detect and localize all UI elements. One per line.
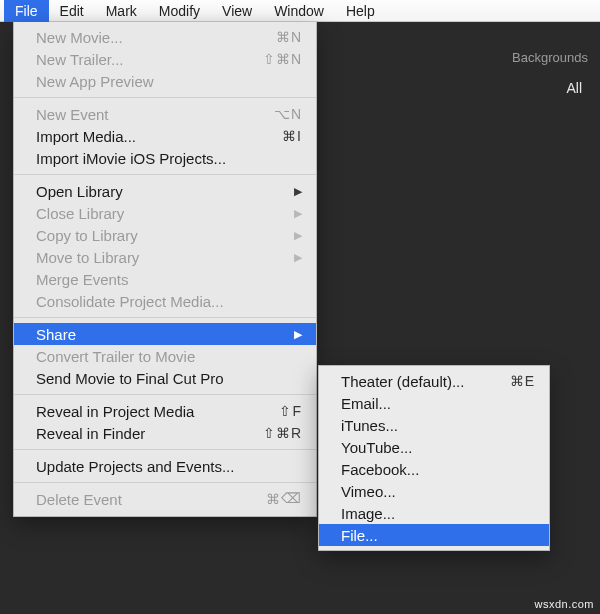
filter-all[interactable]: All bbox=[566, 80, 582, 96]
watermark: wsxdn.com bbox=[534, 598, 594, 610]
menubar-item-window[interactable]: Window bbox=[263, 0, 335, 22]
menu-item-new-event[interactable]: New Event ⌥N bbox=[14, 103, 316, 125]
menu-item-open-library[interactable]: Open Library ▶ bbox=[14, 180, 316, 202]
menu-item-merge-events[interactable]: Merge Events bbox=[14, 268, 316, 290]
menu-label: Update Projects and Events... bbox=[36, 458, 302, 475]
submenu-arrow-icon: ▶ bbox=[294, 328, 302, 340]
menu-label: Move to Library bbox=[36, 249, 288, 266]
share-submenu: Theater (default)... ⌘E Email... iTunes.… bbox=[318, 365, 550, 551]
menu-item-copy-to-library[interactable]: Copy to Library ▶ bbox=[14, 224, 316, 246]
menu-label: Copy to Library bbox=[36, 227, 288, 244]
menu-label: Reveal in Finder bbox=[36, 425, 253, 442]
submenu-item-vimeo[interactable]: Vimeo... bbox=[319, 480, 549, 502]
menu-label: Send Movie to Final Cut Pro bbox=[36, 370, 302, 387]
menu-separator bbox=[14, 449, 316, 450]
menu-label: New App Preview bbox=[36, 73, 302, 90]
menu-label: New Movie... bbox=[36, 29, 266, 46]
menu-label: Convert Trailer to Movie bbox=[36, 348, 302, 365]
menu-item-close-library[interactable]: Close Library ▶ bbox=[14, 202, 316, 224]
submenu-item-youtube[interactable]: YouTube... bbox=[319, 436, 549, 458]
menubar-item-help[interactable]: Help bbox=[335, 0, 386, 22]
menu-label: Close Library bbox=[36, 205, 288, 222]
tab-backgrounds[interactable]: Backgrounds bbox=[512, 50, 588, 65]
menu-label: Vimeo... bbox=[341, 483, 535, 500]
menu-item-reveal-finder[interactable]: Reveal in Finder ⇧⌘R bbox=[14, 422, 316, 444]
menubar-item-file[interactable]: File bbox=[4, 0, 49, 22]
menu-label: Open Library bbox=[36, 183, 288, 200]
menu-label: iTunes... bbox=[341, 417, 535, 434]
menu-item-reveal-project[interactable]: Reveal in Project Media ⇧F bbox=[14, 400, 316, 422]
menubar: File Edit Mark Modify View Window Help bbox=[0, 0, 600, 22]
menu-item-new-trailer[interactable]: New Trailer... ⇧⌘N bbox=[14, 48, 316, 70]
submenu-arrow-icon: ▶ bbox=[294, 207, 302, 219]
submenu-item-image[interactable]: Image... bbox=[319, 502, 549, 524]
menu-item-share[interactable]: Share ▶ bbox=[14, 323, 316, 345]
menu-shortcut: ⌘E bbox=[510, 373, 535, 389]
menubar-item-view[interactable]: View bbox=[211, 0, 263, 22]
submenu-arrow-icon: ▶ bbox=[294, 185, 302, 197]
menu-label: Import iMovie iOS Projects... bbox=[36, 150, 302, 167]
menu-shortcut: ⌘I bbox=[282, 128, 302, 144]
menu-label: File... bbox=[341, 527, 535, 544]
menubar-item-mark[interactable]: Mark bbox=[95, 0, 148, 22]
menu-shortcut: ⌥N bbox=[274, 106, 302, 122]
menu-label: Merge Events bbox=[36, 271, 302, 288]
menu-item-import-imovie-ios[interactable]: Import iMovie iOS Projects... bbox=[14, 147, 316, 169]
menu-label: Delete Event bbox=[36, 491, 256, 508]
menu-item-move-to-library[interactable]: Move to Library ▶ bbox=[14, 246, 316, 268]
menu-shortcut: ⌘⌫ bbox=[266, 491, 302, 507]
menu-item-consolidate[interactable]: Consolidate Project Media... bbox=[14, 290, 316, 312]
submenu-item-facebook[interactable]: Facebook... bbox=[319, 458, 549, 480]
menu-label: YouTube... bbox=[341, 439, 535, 456]
menu-item-new-app-preview[interactable]: New App Preview bbox=[14, 70, 316, 92]
menu-label: Facebook... bbox=[341, 461, 535, 478]
app-tabs: Backgrounds bbox=[512, 50, 588, 65]
menu-label: Import Media... bbox=[36, 128, 272, 145]
menu-label: Consolidate Project Media... bbox=[36, 293, 302, 310]
file-dropdown: New Movie... ⌘N New Trailer... ⇧⌘N New A… bbox=[13, 22, 317, 517]
menu-label: Email... bbox=[341, 395, 535, 412]
menu-item-update-projects[interactable]: Update Projects and Events... bbox=[14, 455, 316, 477]
menu-shortcut: ⇧⌘N bbox=[263, 51, 302, 67]
submenu-item-file[interactable]: File... bbox=[319, 524, 549, 546]
menu-separator bbox=[14, 97, 316, 98]
delete-icon: ⌫ bbox=[281, 490, 302, 506]
menu-label: New Trailer... bbox=[36, 51, 253, 68]
submenu-arrow-icon: ▶ bbox=[294, 229, 302, 241]
menu-separator bbox=[14, 482, 316, 483]
menu-shortcut: ⇧F bbox=[279, 403, 302, 419]
menu-label: Image... bbox=[341, 505, 535, 522]
menu-item-convert-trailer[interactable]: Convert Trailer to Movie bbox=[14, 345, 316, 367]
menu-separator bbox=[14, 394, 316, 395]
menu-separator bbox=[14, 174, 316, 175]
submenu-item-itunes[interactable]: iTunes... bbox=[319, 414, 549, 436]
menu-item-new-movie[interactable]: New Movie... ⌘N bbox=[14, 26, 316, 48]
menu-item-send-to-fcp[interactable]: Send Movie to Final Cut Pro bbox=[14, 367, 316, 389]
menu-label: New Event bbox=[36, 106, 264, 123]
submenu-item-email[interactable]: Email... bbox=[319, 392, 549, 414]
menu-shortcut: ⇧⌘R bbox=[263, 425, 302, 441]
submenu-arrow-icon: ▶ bbox=[294, 251, 302, 263]
menu-separator bbox=[14, 317, 316, 318]
menu-label: Share bbox=[36, 326, 288, 343]
menu-item-delete-event[interactable]: Delete Event ⌘⌫ bbox=[14, 488, 316, 510]
menu-label: Theater (default)... bbox=[341, 373, 500, 390]
menu-shortcut: ⌘N bbox=[276, 29, 302, 45]
menu-label: Reveal in Project Media bbox=[36, 403, 269, 420]
submenu-item-theater[interactable]: Theater (default)... ⌘E bbox=[319, 370, 549, 392]
menubar-item-modify[interactable]: Modify bbox=[148, 0, 211, 22]
menubar-item-edit[interactable]: Edit bbox=[49, 0, 95, 22]
menu-item-import-media[interactable]: Import Media... ⌘I bbox=[14, 125, 316, 147]
